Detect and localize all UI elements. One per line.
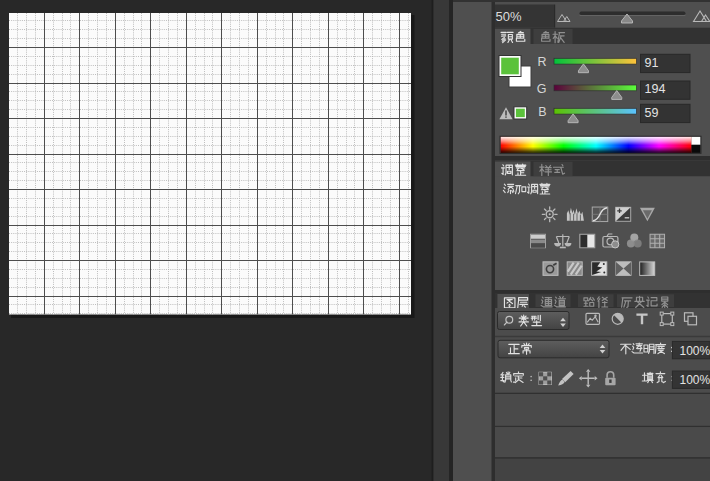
svg-text:B: B: [538, 105, 546, 119]
svg-text:50%: 50%: [496, 9, 522, 24]
svg-text:59: 59: [645, 106, 659, 120]
svg-text:91: 91: [645, 56, 659, 70]
svg-text:194: 194: [645, 82, 666, 96]
svg-text:100%: 100%: [680, 373, 710, 387]
svg-text:100%: 100%: [680, 344, 710, 358]
svg-text:G: G: [537, 82, 547, 96]
svg-text:R: R: [537, 55, 546, 69]
